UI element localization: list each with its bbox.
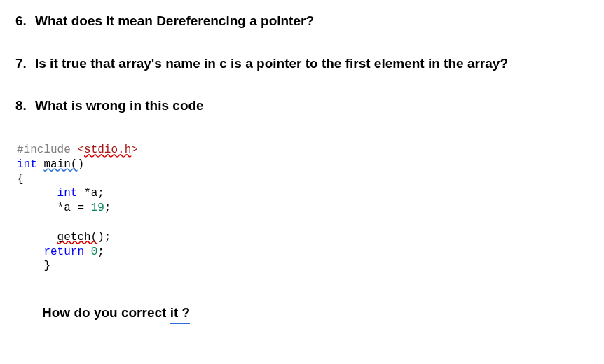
code-assign-end: ; [104,202,111,214]
code-brace-open: { [17,173,24,186]
code-assign: *a = [17,202,91,214]
question-number: 7. [15,55,35,73]
code-include-target: stdio.h [84,144,131,156]
code-block: #include <stdio.h> int main() { int *a; … [17,143,589,274]
code-return-kw: return [43,246,84,258]
code-decl-type: int [57,187,78,200]
question-list: 6. What does it mean Dereferencing a poi… [15,13,589,115]
question-number: 6. [15,13,35,30]
follow-up-question: How do you correct it ? [42,304,589,322]
follow-up-word: it ? [170,304,191,322]
code-return-end: ; [97,246,104,258]
code-getch-end: ); [97,231,111,244]
question-item-6: 6. What does it mean Dereferencing a poi… [15,13,589,30]
question-number: 8. [15,97,35,115]
code-getch-prefix: _ [17,231,57,244]
code-main-close: ) [77,158,84,171]
question-text: What is wrong in this code [35,97,589,115]
code-include-close: > [131,144,138,156]
question-item-7: 7. Is it true that array's name in c is … [15,55,589,73]
code-assign-num: 19 [91,202,104,214]
follow-up-prefix: How do you correct [42,305,170,320]
question-text: What does it mean Dereferencing a pointe… [35,13,589,30]
code-decl-rest: *a; [77,187,104,200]
code-brace-close: } [17,260,50,272]
question-item-8: 8. What is wrong in this code [15,97,589,115]
code-getch: getch( [57,231,98,244]
code-include-open: < [77,144,84,156]
code-preproc: #include [17,144,71,156]
code-int-kw: int [17,158,37,171]
question-text: Is it true that array's name in c is a p… [35,55,589,73]
code-return-num: 0 [91,246,98,258]
code-main: main( [43,158,77,171]
